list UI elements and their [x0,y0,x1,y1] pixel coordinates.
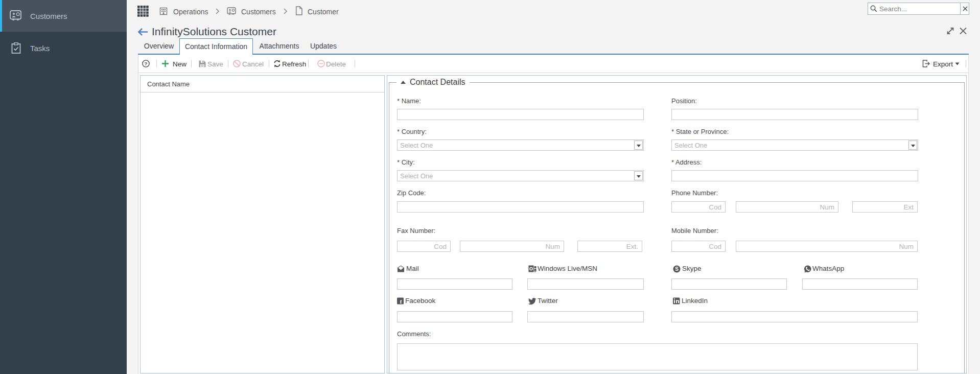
svg-text:f: f [400,298,402,305]
svg-text:?: ? [145,61,148,66]
svg-text:S: S [675,266,679,272]
